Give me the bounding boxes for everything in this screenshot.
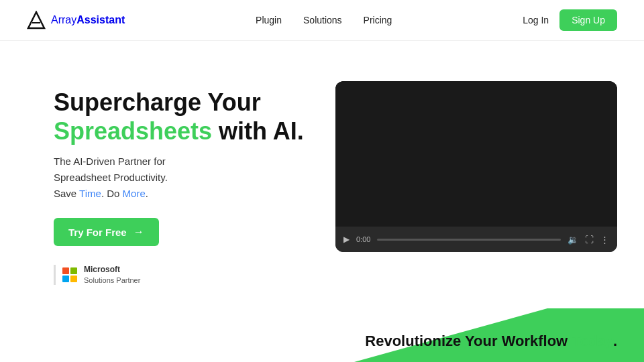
hero-title: Supercharge Your Spreadsheets with AI. — [54, 88, 309, 145]
svg-marker-0 — [28, 12, 44, 28]
signup-button[interactable]: Sign Up — [559, 9, 617, 31]
arrow-icon: → — [133, 226, 144, 238]
bottom-section: Revolutionize Your Workflow Today. — [0, 308, 644, 362]
microsoft-logo-icon — [62, 267, 77, 282]
logo-icon — [27, 11, 46, 29]
navbar: ArrayAssistant Plugin Solutions Pricing … — [0, 0, 644, 41]
video-screen — [335, 81, 617, 227]
nav-plugin[interactable]: Plugin — [256, 15, 282, 25]
video-player[interactable]: ▶ 0:00 🔉 ⛶ ⋮ — [335, 81, 617, 252]
volume-icon[interactable]: 🔉 — [568, 235, 578, 245]
more-options-icon[interactable]: ⋮ — [600, 235, 609, 245]
logo[interactable]: ArrayAssistant — [27, 11, 125, 29]
microsoft-badge: Microsoft Solutions Partner — [54, 265, 309, 285]
logo-text: ArrayAssistant — [51, 14, 125, 26]
hero-section: Supercharge Your Spreadsheets with AI. T… — [0, 41, 644, 312]
login-button[interactable]: Log In — [523, 15, 549, 25]
nav-solutions[interactable]: Solutions — [303, 15, 342, 25]
fullscreen-icon[interactable]: ⛶ — [585, 235, 594, 245]
hero-subtitle: The AI-Driven Partner for Spreadsheet Pr… — [54, 154, 309, 202]
play-button[interactable]: ▶ — [343, 235, 350, 244]
video-time: 0:00 — [356, 235, 370, 243]
video-extra-controls: 🔉 ⛶ ⋮ — [568, 235, 609, 245]
nav-links: Plugin Solutions Pricing — [256, 15, 392, 25]
nav-actions: Log In Sign Up — [523, 9, 617, 31]
bottom-tagline: Revolutionize Your Workflow Today. — [365, 333, 617, 350]
hero-text: Supercharge Your Spreadsheets with AI. T… — [54, 81, 309, 285]
try-for-free-button[interactable]: Try For Free → — [54, 218, 159, 246]
nav-pricing[interactable]: Pricing — [364, 15, 392, 25]
video-progress-bar[interactable] — [377, 239, 561, 241]
video-controls: ▶ 0:00 🔉 ⛶ ⋮ — [335, 227, 617, 252]
